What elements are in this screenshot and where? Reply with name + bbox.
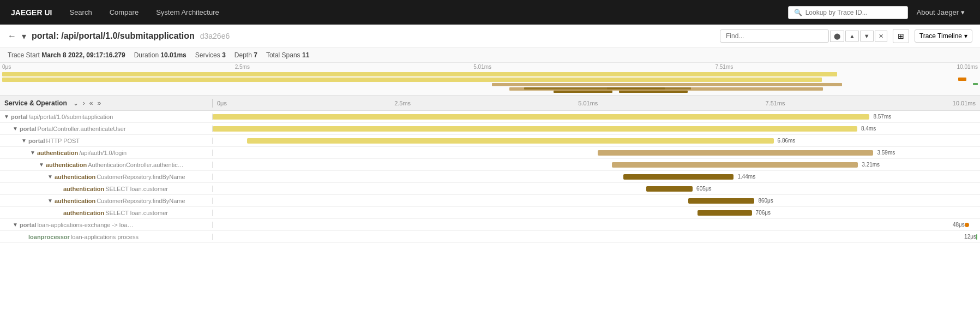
span-service-name: portal [20, 222, 37, 228]
span-bar [965, 223, 969, 227]
span-row[interactable]: authentication SELECT loan.customer605μs [0, 183, 980, 195]
span-toggle[interactable]: ▼ [47, 174, 53, 180]
span-row[interactable]: ▼portal PortalController.authenticateUse… [0, 123, 980, 135]
span-row[interactable]: ▼authentication /api/auth/1.0/login3.59m… [0, 147, 980, 159]
span-toggle[interactable]: ▼ [21, 138, 27, 144]
services-value: 3 [222, 51, 226, 59]
minimap-bar-11 [973, 83, 978, 85]
span-timeline-col: 8.4ms [213, 123, 980, 135]
minimap-ruler: 0μs 2.5ms 5.01ms 7.51ms 10.01ms [0, 63, 980, 70]
trace-id: d3a26e6 [200, 32, 230, 40]
minimap-bar-7 [554, 91, 612, 93]
timeline-view-button[interactable]: Trace Timeline ▾ [915, 29, 972, 43]
span-service-col: authentication SELECT loan.customer [0, 186, 213, 192]
nav-compare[interactable]: Compare [101, 0, 147, 25]
span-timeline-col: 8.57ms [213, 111, 980, 123]
grid-icon: ⊞ [898, 32, 904, 40]
span-duration: 605μs [696, 186, 711, 192]
expand-btn[interactable]: › [81, 99, 87, 108]
span-operation: SELECT loan.customer [105, 186, 168, 192]
span-duration: 8.4ms [861, 126, 876, 132]
span-duration: 1.44ms [737, 174, 755, 180]
span-service-col: ▼portal HTTP POST [0, 138, 213, 144]
grid-view-button[interactable]: ⊞ [893, 29, 909, 43]
chevron-down-icon: ▾ [961, 8, 965, 16]
span-operation: AuthenticationController.authenticateUse… [88, 162, 186, 168]
spans-table: ▼portal /api/portal/1.0/submitapplicatio… [0, 111, 980, 306]
span-service-name: loanprocessor [28, 234, 70, 240]
span-service-name: authentication [55, 198, 95, 204]
trace-lookup-search[interactable]: 🔍 [788, 6, 908, 19]
span-duration: 706μs [756, 210, 771, 216]
span-operation: /api/auth/1.0/login [79, 150, 127, 156]
chevron-down-icon: ▾ [964, 32, 967, 40]
span-toggle[interactable]: ▼ [3, 114, 10, 120]
span-toggle[interactable]: ▼ [29, 150, 36, 156]
services-label: Services 3 [195, 51, 226, 59]
span-row[interactable]: ▼authentication CustomerRepository.findB… [0, 171, 980, 183]
minimap-bar-10 [958, 78, 966, 81]
span-toggle[interactable]: ▼ [38, 162, 45, 168]
span-toggle[interactable]: ▼ [12, 126, 19, 132]
span-operation: loan-applications-exchange -> loan.appli… [38, 222, 136, 228]
span-bar [247, 138, 773, 144]
find-prev-button[interactable]: ⬤ [830, 31, 844, 42]
span-bar [612, 162, 858, 168]
span-service-name: portal [20, 126, 37, 132]
back-button[interactable]: ← [8, 31, 16, 41]
span-operation: CustomerRepository.findByName [97, 198, 185, 204]
span-operation: /api/portal/1.0/submitapplication [29, 114, 113, 120]
span-duration: 3.21ms [862, 162, 880, 168]
span-service-col: ▼authentication /api/auth/1.0/login [0, 150, 213, 156]
about-jaeger-link[interactable]: About Jaeger ▾ [908, 8, 973, 16]
trace-id-input[interactable] [805, 9, 902, 16]
find-down-button[interactable]: ▼ [860, 31, 874, 41]
minimap-bar-8 [607, 87, 691, 90]
find-close-button[interactable]: ✕ [875, 31, 887, 42]
span-toggle[interactable]: ▼ [47, 198, 53, 204]
span-row[interactable]: authentication SELECT loan.customer706μs [0, 207, 980, 219]
span-duration: 860μs [758, 198, 773, 204]
trace-minimap[interactable]: 0μs 2.5ms 5.01ms 7.51ms 10.01ms [0, 63, 980, 96]
span-operation: PortalController.authenticateUser [38, 126, 126, 132]
duration-label: Duration 10.01ms [134, 51, 187, 59]
trace-start-value: March 8 2022, 09:17:16.279 [41, 51, 125, 59]
span-row[interactable]: ▼authentication AuthenticationController… [0, 159, 980, 171]
timeline-col-header: 0μs 2.5ms 5.01ms 7.51ms 10.01ms [213, 100, 980, 106]
find-input[interactable] [720, 29, 829, 43]
span-row[interactable]: ▼authentication CustomerRepository.findB… [0, 195, 980, 207]
span-operation: HTTP POST [46, 138, 80, 144]
span-row[interactable]: ▼portal /api/portal/1.0/submitapplicatio… [0, 111, 980, 123]
collapse-all-btn[interactable]: « [88, 99, 95, 108]
span-timeline-col: 3.21ms [213, 159, 980, 171]
expand-all-btn[interactable]: » [95, 99, 103, 108]
span-bar [598, 150, 873, 156]
nav-system-architecture[interactable]: System Architecture [147, 0, 228, 25]
find-controls: ⬤ ▲ ▼ ✕ [720, 29, 887, 43]
span-bar [976, 234, 977, 240]
trace-meta: Trace Start March 8 2022, 09:17:16.279 D… [0, 48, 980, 63]
span-bar [646, 186, 693, 192]
span-row[interactable]: ▼portal HTTP POST6.86ms [0, 135, 980, 147]
span-service-col: ▼authentication AuthenticationController… [0, 162, 213, 168]
span-timeline-col: 12μs [213, 231, 980, 243]
span-service-col: loanprocessor loan-applications process [0, 234, 213, 240]
span-service-name: authentication [63, 210, 104, 216]
search-icon: 🔍 [794, 9, 802, 16]
duration-value: 10.01ms [160, 51, 186, 59]
span-service-name: authentication [55, 174, 95, 180]
minimap-bar-3 [46, 78, 716, 81]
nav-search[interactable]: Search [61, 0, 100, 25]
span-duration: 12μs [964, 234, 976, 240]
span-row[interactable]: ▼portal loan-applications-exchange -> lo… [0, 219, 980, 231]
span-timeline-col: 48μs [213, 219, 980, 231]
collapse-button[interactable]: ▾ [22, 31, 26, 41]
depth-label: Depth 7 [235, 51, 257, 59]
service-col-label: Service & Operation [4, 99, 67, 107]
column-header: Service & Operation ⌄ › « » 0μs 2.5ms 5.… [0, 96, 980, 111]
find-up-button[interactable]: ▲ [845, 31, 859, 41]
span-toggle[interactable]: ▼ [12, 222, 19, 228]
collapse-all-down-btn[interactable]: ⌄ [71, 99, 80, 108]
span-row[interactable]: loanprocessor loan-applications process1… [0, 231, 980, 243]
span-operation: SELECT loan.customer [105, 210, 168, 216]
